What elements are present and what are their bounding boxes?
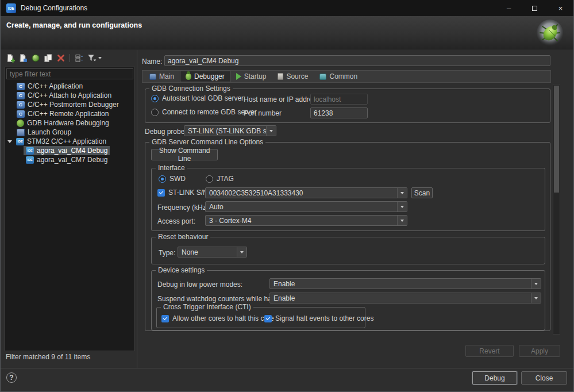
apply-button[interactable]: Apply: [519, 345, 560, 357]
duplicate-configuration-icon[interactable]: [43, 53, 53, 64]
debug-bug-icon: [532, 17, 567, 50]
header-banner: Create, manage, and run configurations: [1, 16, 573, 49]
chevron-down-icon: [397, 216, 407, 225]
swd-radio[interactable]: SWD: [159, 175, 186, 183]
banner-heading: Create, manage, and run configurations: [6, 21, 142, 29]
main-tab-icon: [149, 74, 156, 80]
remote-gdb-radio[interactable]: Connect to remote GDB server: [151, 108, 257, 116]
watchdog-label: Suspend watchdog counters while halted:: [157, 295, 284, 303]
checkbox-checked-icon: [157, 189, 165, 197]
reset-behaviour-group: Reset behaviour Type: None: [151, 237, 545, 264]
minimize-icon[interactable]: –: [496, 0, 522, 16]
interface-group: Interface SWD JTAG ST-LINK S/N 0034002C3…: [151, 168, 545, 231]
tree-item-launch-group[interactable]: Launch Group: [5, 128, 134, 137]
low-power-combo[interactable]: Enable: [269, 278, 541, 289]
delete-configuration-icon[interactable]: [55, 53, 66, 64]
group-title: GDB Connection Settings: [149, 84, 233, 93]
checkbox-checked-icon: [264, 315, 272, 322]
name-input[interactable]: [164, 55, 550, 66]
debug-button[interactable]: Debug: [472, 371, 517, 385]
jtag-radio[interactable]: JTAG: [206, 175, 234, 183]
tree-item-cpp-postmortem[interactable]: C/C++ Postmortem Debugger: [5, 100, 134, 109]
filter-status-text: Filter matched 9 of 11 items: [6, 353, 90, 361]
chevron-down-icon: [531, 293, 541, 303]
reset-type-combo[interactable]: None: [178, 247, 247, 258]
titlebar: Debug Configurations – ×: [1, 0, 573, 16]
new-configuration-icon[interactable]: [5, 53, 16, 64]
tree-item-gdb-hardware[interactable]: GDB Hardware Debugging: [5, 118, 134, 128]
show-command-line-button[interactable]: Show Command Line: [151, 149, 218, 160]
host-label: Host name or IP address: [244, 95, 320, 103]
filter-configurations-icon[interactable]: [86, 53, 97, 64]
name-label: Name:: [142, 57, 162, 66]
group-title: Device settings: [156, 266, 207, 274]
collapse-all-icon[interactable]: [74, 53, 84, 64]
scrollbar-thumb[interactable]: [554, 86, 559, 193]
device-settings-group: Device settings Debug in low power modes…: [151, 270, 545, 330]
filter-input[interactable]: [6, 68, 133, 79]
tree-item-cpp-attach[interactable]: C/C++ Attach to Application: [5, 91, 134, 100]
editor-tabbar: Main Debugger Startup Source Common: [142, 70, 551, 83]
radio-off-icon: [151, 109, 159, 116]
group-title: GDB Server Command Line Options: [149, 138, 265, 146]
gdb-server-options-group: GDB Server Command Line Options Show Com…: [145, 142, 550, 331]
tree-item-agora-cm4-debug[interactable]: agora_vai_CM4 Debug: [5, 146, 134, 155]
tree-item-stm32-application[interactable]: STM32 C/C++ Application: [5, 137, 134, 146]
tab-debugger[interactable]: Debugger: [180, 71, 230, 82]
checkbox-checked-icon: [161, 315, 169, 322]
tab-common[interactable]: Common: [314, 71, 363, 82]
stlink-serial-combo[interactable]: 0034002C3532510A31333430: [205, 187, 407, 198]
cpp-application-icon: [17, 110, 25, 118]
tree-item-cpp-application[interactable]: C/C++ Application: [5, 82, 134, 91]
cti-group: Cross Trigger Interface (CTI) Allow othe…: [156, 307, 365, 328]
tab-source[interactable]: Source: [272, 71, 314, 82]
toolbar-separator: [70, 54, 70, 62]
tab-startup[interactable]: Startup: [230, 71, 272, 82]
maximize-icon[interactable]: [522, 0, 548, 16]
frequency-combo[interactable]: Auto: [205, 201, 407, 212]
help-icon[interactable]: ?: [6, 372, 17, 383]
stm32-ide-icon: [26, 147, 34, 155]
chevron-down-icon: [397, 202, 407, 212]
port-input[interactable]: [310, 107, 368, 118]
expand-chevron-icon[interactable]: [7, 140, 12, 143]
source-tab-icon: [278, 73, 283, 80]
low-power-label: Debug in low power modes:: [157, 280, 242, 289]
close-button[interactable]: Close: [521, 371, 567, 385]
new-prototype-icon[interactable]: [17, 53, 28, 64]
tree-item-cpp-remote[interactable]: C/C++ Remote Application: [5, 109, 134, 118]
export-configurations-icon[interactable]: [30, 53, 41, 64]
stm32-ide-icon: [26, 156, 34, 164]
editor-scrollbar[interactable]: [553, 84, 560, 335]
tree-item-agora-cm7-debug[interactable]: agora_vai_CM7 Debug: [5, 155, 134, 164]
debug-probe-label: Debug probe: [145, 128, 184, 136]
chevron-down-icon: [531, 279, 541, 289]
panel-divider[interactable]: [137, 50, 137, 368]
port-label: Port number: [244, 109, 282, 117]
revert-button[interactable]: Revert: [465, 345, 514, 357]
group-title: Cross Trigger Interface (CTI): [161, 303, 253, 311]
allow-halt-checkbox[interactable]: Allow other cores to halt this core: [161, 314, 274, 322]
debug-probe-combo[interactable]: ST-LINK (ST-LINK GDB server): [184, 125, 276, 136]
radio-on-icon: [151, 95, 159, 102]
launch-group-icon: [17, 129, 25, 136]
debugger-bug-icon: [186, 73, 191, 80]
signal-halt-checkbox[interactable]: Signal halt events to other cores: [264, 314, 373, 322]
app-icon: [6, 3, 16, 13]
scan-button[interactable]: Scan: [411, 187, 433, 198]
autostart-gdb-radio[interactable]: Autostart local GDB server: [151, 94, 244, 102]
filter-menu-caret-icon[interactable]: [98, 57, 102, 59]
configurations-tree-panel: C/C++ Application C/C++ Attach to Applic…: [5, 67, 135, 351]
cpp-application-icon: [17, 101, 25, 109]
access-port-combo[interactable]: 3 - Cortex-M4: [205, 215, 407, 226]
cpp-application-icon: [17, 92, 25, 99]
tab-main[interactable]: Main: [144, 71, 180, 82]
footer-divider: [1, 368, 573, 368]
common-tab-icon: [319, 74, 326, 80]
watchdog-combo[interactable]: Enable: [269, 293, 541, 303]
stlink-sn-checkbox[interactable]: ST-LINK S/N: [157, 189, 208, 197]
host-input[interactable]: [310, 94, 368, 105]
gdb-connection-settings-group: GDB Connection Settings Autostart local …: [145, 89, 550, 123]
close-icon[interactable]: ×: [548, 0, 573, 16]
group-title: Reset behaviour: [156, 233, 210, 241]
